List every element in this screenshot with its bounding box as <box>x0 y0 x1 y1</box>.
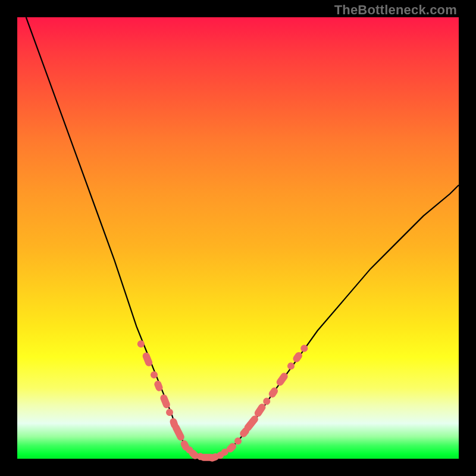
plot-area <box>17 17 459 459</box>
curve-marker <box>165 408 174 417</box>
curve-marker <box>267 386 279 399</box>
curve-marker <box>243 414 259 433</box>
curve-markers <box>136 339 309 462</box>
curve-marker <box>171 422 186 441</box>
curve-svg <box>17 17 459 459</box>
bottleneck-curve <box>26 17 459 459</box>
attribution-text: TheBottleneck.com <box>334 2 457 18</box>
chart-frame: TheBottleneck.com <box>0 0 476 476</box>
